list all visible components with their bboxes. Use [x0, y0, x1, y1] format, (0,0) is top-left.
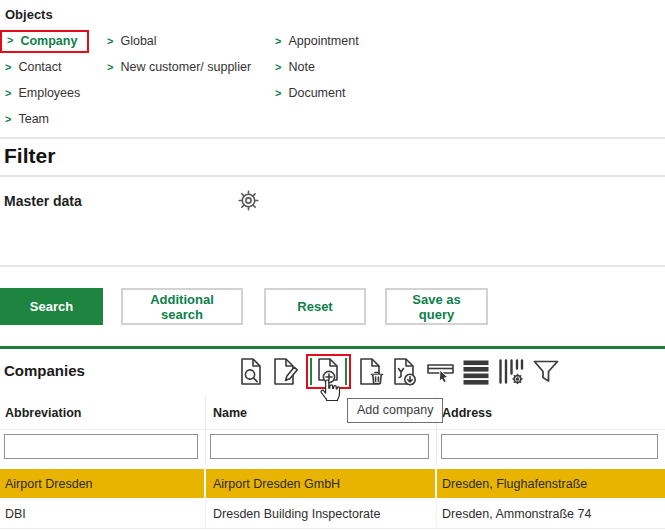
nav-item-appointment[interactable]: > Appointment [275, 28, 359, 54]
objects-section: Objects > Company > Contact > Employees [0, 0, 665, 132]
filter-cell [206, 430, 437, 463]
nav-item-label[interactable]: Employees [18, 86, 80, 100]
nav-column-2: > Global > New customer/ supplier [107, 28, 275, 132]
nav-item-label[interactable]: Global [120, 34, 156, 48]
chevron-right-icon: > [5, 88, 11, 99]
nav-column-3: > Appointment > Note > Document [275, 28, 359, 132]
column-settings-icon[interactable] [497, 357, 525, 386]
address-filter-input[interactable] [441, 434, 658, 459]
cell-address: Dresden, Flughafenstraße [437, 469, 665, 498]
nav-item-label[interactable]: Note [288, 60, 314, 74]
divider [0, 265, 665, 267]
chevron-right-icon: > [275, 88, 281, 99]
filter-section-title: Filter [0, 139, 665, 175]
filter-cell [437, 430, 665, 463]
chevron-right-icon: > [107, 36, 113, 47]
additional-search-button[interactable]: Additional search [121, 288, 243, 325]
cell-abbreviation: Airport Dresden [0, 469, 206, 498]
add-record-highlight-frame [306, 354, 351, 389]
selected-highlight-frame: > Company [0, 30, 89, 53]
drop-indicator-left [310, 358, 312, 385]
edit-record-icon[interactable] [272, 357, 299, 386]
reset-button[interactable]: Reset [264, 288, 366, 325]
nav-item-label[interactable]: Team [18, 112, 49, 126]
nav-item-label[interactable]: Appointment [288, 34, 358, 48]
cell-name: Airport Dresden GmbH [206, 469, 437, 498]
nav-column-1: > Company > Contact > Employees > Team [5, 28, 107, 132]
table-row[interactable]: DBI Dresden Building Inspectorate Dresde… [0, 498, 665, 529]
nav-item-team[interactable]: > Team [5, 106, 107, 132]
cell-name: Dresden Building Inspectorate [206, 498, 437, 529]
companies-title: Companies [4, 362, 85, 379]
chevron-right-icon: > [5, 62, 11, 73]
column-header-address[interactable]: Address [437, 396, 665, 430]
chevron-right-icon: > [7, 35, 13, 46]
nav-item-label[interactable]: Company [20, 34, 77, 48]
master-data-label: Master data [4, 193, 82, 209]
page: Objects > Company > Contact > Employees [0, 0, 665, 529]
table-row[interactable]: Airport Dresden Airport Dresden GmbH Dre… [0, 469, 665, 498]
nav-item-new-customer-supplier[interactable]: > New customer/ supplier [107, 54, 275, 80]
nav-item-label[interactable]: New customer/ supplier [120, 60, 251, 74]
nav-item-note[interactable]: > Note [275, 54, 359, 80]
drop-indicator-right [345, 358, 347, 385]
chevron-right-icon: > [5, 114, 11, 125]
chevron-right-icon: > [107, 62, 113, 73]
add-record-icon[interactable] [315, 357, 342, 386]
nav-item-contact[interactable]: > Contact [5, 54, 107, 80]
chevron-right-icon: > [275, 36, 281, 47]
gear-icon[interactable] [237, 189, 260, 215]
nav-item-label[interactable]: Contact [18, 60, 61, 74]
row-display-icon[interactable] [462, 357, 490, 386]
table-select-icon[interactable] [426, 357, 455, 386]
tooltip-add-company: Add company [347, 398, 443, 423]
chevron-right-icon: > [275, 62, 281, 73]
search-button[interactable]: Search [0, 288, 103, 325]
nav-item-company[interactable]: > Company [5, 28, 107, 54]
nav-item-employees[interactable]: > Employees [5, 80, 107, 106]
nav-item-label[interactable]: Document [288, 86, 345, 100]
master-data-panel: Master data [0, 177, 665, 265]
abbreviation-filter-input[interactable] [4, 434, 198, 459]
companies-table-body: Airport Dresden Airport Dresden GmbH Dre… [0, 469, 665, 529]
companies-header: Companies [0, 349, 665, 396]
companies-toolbar [238, 354, 560, 389]
export-record-icon[interactable] [392, 357, 419, 386]
column-header-abbreviation[interactable]: Abbreviation [0, 396, 206, 430]
objects-nav: > Company > Contact > Employees > Team [5, 28, 665, 132]
filter-cell [0, 430, 206, 463]
preview-record-icon[interactable] [238, 357, 265, 386]
companies-table-header: Abbreviation Name Address [0, 396, 665, 430]
name-filter-input[interactable] [210, 434, 429, 459]
filter-actions: Search Additional search Reset Save as q… [0, 288, 665, 325]
objects-section-title: Objects [5, 7, 665, 22]
filter-funnel-icon[interactable] [532, 357, 560, 386]
delete-record-icon[interactable] [358, 357, 385, 386]
nav-item-document[interactable]: > Document [275, 80, 359, 106]
cell-address: Dresden, Ammonstraße 74 [437, 498, 665, 529]
cell-abbreviation: DBI [0, 498, 206, 529]
save-as-query-button[interactable]: Save as query [385, 288, 488, 325]
companies-filter-row [0, 430, 665, 463]
nav-item-global[interactable]: > Global [107, 28, 275, 54]
